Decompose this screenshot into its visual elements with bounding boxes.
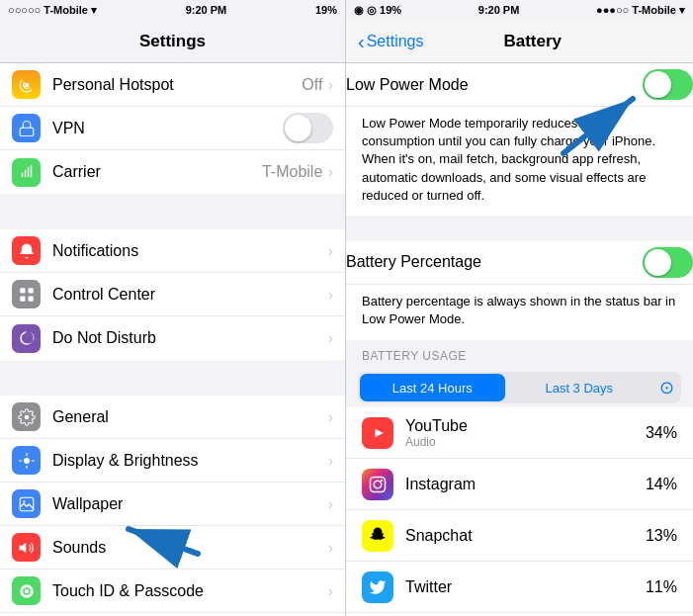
lpm-section: Low Power Mode Low Power Mode temporaril… [346,63,693,218]
control-chevron: › [328,287,333,303]
settings-item-display[interactable]: Display & Brightness › [0,439,345,483]
svg-rect-2 [20,288,25,293]
sounds-label: Sounds [52,539,328,557]
settings-item-carrier[interactable]: Carrier T-Mobile › [0,150,345,194]
carrier-label: Carrier [52,163,262,181]
bpct-row: Battery Percentage [346,241,693,285]
svg-marker-18 [376,429,384,437]
lpm-description-text: Low Power Mode temporarily reduces power… [362,115,677,205]
svg-rect-3 [28,288,33,293]
notifications-chevron: › [328,243,333,259]
settings-item-dnd[interactable]: Do Not Disturb › [0,316,345,360]
app-item-instagram[interactable]: Instagram 14% [346,459,693,510]
nav-back-button[interactable]: ‹ Settings [358,32,423,51]
general-label: General [52,408,328,426]
touchid-label: Touch ID & Passcode [52,582,328,600]
display-icon [12,446,41,475]
bpct-section: Battery Percentage Battery percentage is… [346,241,693,340]
vpn-label: VPN [52,120,283,137]
segment-3days-label: Last 3 Days [545,381,613,396]
segment-3days[interactable]: Last 3 Days [507,381,652,396]
twitter-info: Twitter [405,577,646,596]
vpn-icon [12,114,41,142]
control-label: Control Center [52,286,328,304]
carrier-icon [12,158,41,187]
svg-rect-4 [20,296,25,301]
twitter-pct: 11% [646,578,677,596]
time-right: 9:20 PM [478,4,520,16]
youtube-info: YouTube Audio [405,416,646,449]
segment-24h-label: Last 24 Hours [392,381,473,396]
hotspot-icon [12,70,41,99]
dnd-chevron: › [328,330,333,346]
back-chevron-icon: ‹ [358,32,365,51]
settings-item-notifications[interactable]: Notifications › [0,229,345,273]
bpct-toggle[interactable] [643,247,693,278]
settings-item-hotspot[interactable]: Personal Hotspot Off › [0,63,345,107]
battery-usage-header: BATTERY USAGE [346,340,693,368]
settings-item-vpn[interactable]: VPN [0,107,345,150]
divider-1 [346,218,693,241]
display-chevron: › [328,453,333,469]
app-item-twitter[interactable]: Twitter 11% [346,562,693,613]
notifications-icon [12,236,41,265]
lpm-label: Low Power Mode [346,76,643,94]
touchid-chevron: › [328,583,333,599]
svg-rect-1 [20,128,34,135]
instagram-icon [362,469,393,500]
svg-rect-19 [371,477,386,491]
display-label: Display & Brightness [52,452,328,470]
wallpaper-icon [12,489,41,518]
settings-item-sounds[interactable]: Sounds › [0,526,345,570]
nav-bar-right: ‹ Settings Battery [346,20,693,63]
bpct-description: Battery percentage is always shown in th… [346,285,693,340]
status-right-left: ◉ ◎ 19% [354,4,401,17]
settings-item-wallpaper[interactable]: Wallpaper › [0,483,345,526]
app-item-youtube[interactable]: YouTube Audio 34% [346,407,693,459]
refresh-icon[interactable]: ⊙ [651,377,681,398]
settings-item-control[interactable]: Control Center › [0,273,345,316]
control-icon [12,280,41,308]
general-icon [12,402,41,431]
youtube-icon [362,417,393,449]
carrier-right: ●●●○○ T-Mobile ▾ [596,4,685,17]
section-general: General › Display & Brightness › Wallpap… [0,396,345,616]
segment-24h[interactable]: Last 24 Hours [360,374,505,401]
vpn-toggle[interactable] [283,113,333,143]
general-chevron: › [328,409,333,425]
battery-left: 19% [315,4,337,16]
youtube-name: YouTube [405,416,646,435]
status-bar-left: ○○○○○ T-Mobile ▾ 9:20 PM 19% [0,0,345,20]
snapchat-icon [362,520,393,552]
bpct-description-text: Battery percentage is always shown in th… [362,293,677,328]
svg-rect-12 [20,497,34,511]
dnd-icon [12,324,41,353]
app-item-snapchat[interactable]: Snapchat 13% [346,510,693,562]
sounds-chevron: › [328,540,333,556]
lpm-toggle[interactable] [643,69,693,100]
instagram-info: Instagram [405,475,646,493]
youtube-pct: 34% [646,424,677,442]
nav-back-label: Settings [367,33,424,50]
svg-point-21 [381,480,383,482]
section-alerts: Notifications › Control Center › Do Not … [0,229,345,360]
svg-point-7 [24,458,30,464]
settings-item-touchid[interactable]: Touch ID & Passcode › [0,570,345,613]
snapchat-pct: 13% [646,527,677,545]
nav-title-right: Battery [423,32,642,51]
instagram-name: Instagram [405,475,646,493]
wallpaper-chevron: › [328,496,333,512]
carrier-chevron: › [328,164,333,180]
hotspot-value: Off [302,76,322,94]
settings-item-general[interactable]: General › [0,396,345,439]
status-bar-right: ◉ ◎ 19% 9:20 PM ●●●○○ T-Mobile ▾ [346,0,693,20]
svg-point-13 [23,500,25,502]
wallpaper-label: Wallpaper [52,495,328,513]
snapchat-info: Snapchat [405,526,646,545]
hotspot-chevron: › [328,77,333,93]
carrier-left: ○○○○○ T-Mobile ▾ [8,4,97,17]
right-panel: ◉ ◎ 19% 9:20 PM ●●●○○ T-Mobile ▾ ‹ Setti… [346,0,693,616]
left-panel: ○○○○○ T-Mobile ▾ 9:20 PM 19% Settings Pe… [0,0,346,616]
svg-point-20 [374,481,382,488]
youtube-sub: Audio [405,435,646,449]
